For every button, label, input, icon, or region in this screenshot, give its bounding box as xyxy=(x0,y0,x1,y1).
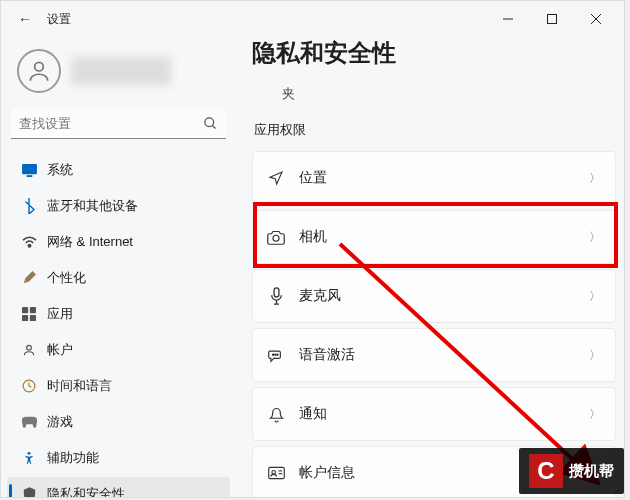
svg-point-23 xyxy=(271,471,275,475)
svg-rect-22 xyxy=(268,467,284,478)
sidebar-item-gaming[interactable]: 游戏 xyxy=(7,405,230,439)
tile-label: 麦克风 xyxy=(299,287,575,305)
window-controls xyxy=(486,4,618,34)
svg-point-4 xyxy=(35,62,44,71)
close-button[interactable] xyxy=(574,4,618,34)
account-info-icon xyxy=(267,466,285,480)
search-icon xyxy=(203,116,218,131)
chevron-right-icon: 〉 xyxy=(589,406,601,423)
page-heading: 隐私和安全性 xyxy=(252,37,616,69)
network-icon xyxy=(21,234,37,250)
maximize-button[interactable] xyxy=(530,4,574,34)
titlebar: ← 设置 xyxy=(1,1,624,37)
profile-name-blurred xyxy=(71,57,171,85)
gaming-icon xyxy=(21,414,37,430)
tile-microphone[interactable]: 麦克风 〉 xyxy=(252,269,616,323)
sidebar-item-label: 应用 xyxy=(47,305,73,323)
apps-icon xyxy=(21,306,37,322)
chevron-right-icon: 〉 xyxy=(589,347,601,364)
svg-point-21 xyxy=(277,354,278,355)
voice-icon xyxy=(267,348,285,363)
svg-rect-1 xyxy=(548,15,557,24)
svg-rect-11 xyxy=(30,307,36,313)
svg-point-5 xyxy=(205,118,214,127)
minimize-button[interactable] xyxy=(486,4,530,34)
sidebar-item-accounts[interactable]: 帐户 xyxy=(7,333,230,367)
tile-label: 语音激活 xyxy=(299,346,575,364)
chevron-right-icon: 〉 xyxy=(589,288,601,305)
sidebar-item-label: 个性化 xyxy=(47,269,86,287)
avatar xyxy=(17,49,61,93)
microphone-icon xyxy=(267,287,285,305)
truncated-text: 夹 xyxy=(252,79,616,113)
window-title: 设置 xyxy=(47,11,71,28)
personalize-icon xyxy=(21,270,37,286)
watermark-logo: C 攒机帮 xyxy=(519,448,624,494)
tile-notifications[interactable]: 通知 〉 xyxy=(252,387,616,441)
svg-point-20 xyxy=(275,354,276,355)
main-panel: 隐私和安全性 夹 应用权限 位置 〉 相机 〉 麦克风 〉 语音激活 〉 xyxy=(236,37,624,497)
accounts-icon xyxy=(21,342,37,358)
sidebar-item-label: 蓝牙和其他设备 xyxy=(47,197,138,215)
svg-point-17 xyxy=(273,235,279,241)
privacy-icon xyxy=(21,486,37,497)
tile-location[interactable]: 位置 〉 xyxy=(252,151,616,205)
bell-icon xyxy=(267,406,285,423)
sidebar-item-accessibility[interactable]: 辅助功能 xyxy=(7,441,230,475)
location-icon xyxy=(267,170,285,186)
sidebar-item-apps[interactable]: 应用 xyxy=(7,297,230,331)
sidebar-item-label: 隐私和安全性 xyxy=(47,485,125,497)
nav-list: 系统 蓝牙和其他设备 网络 & Internet 个性化 应用 帐户 时间和语言… xyxy=(7,153,230,497)
sidebar-item-label: 帐户 xyxy=(47,341,73,359)
svg-point-9 xyxy=(28,245,30,247)
bluetooth-icon xyxy=(21,198,37,214)
back-button[interactable]: ← xyxy=(7,11,43,27)
svg-line-6 xyxy=(212,125,215,128)
settings-window: ← 设置 系统 蓝牙和其他设备 网络 xyxy=(0,0,625,498)
svg-rect-12 xyxy=(22,315,28,321)
camera-icon xyxy=(267,230,285,245)
tile-voice-activation[interactable]: 语音激活 〉 xyxy=(252,328,616,382)
watermark-logo-text: 攒机帮 xyxy=(569,462,614,481)
svg-point-14 xyxy=(27,345,32,350)
sidebar-item-label: 网络 & Internet xyxy=(47,233,133,251)
svg-rect-13 xyxy=(30,315,36,321)
sidebar-item-personalization[interactable]: 个性化 xyxy=(7,261,230,295)
section-label: 应用权限 xyxy=(254,121,616,139)
chevron-right-icon: 〉 xyxy=(589,229,601,246)
svg-point-16 xyxy=(28,452,31,455)
sidebar-item-privacy[interactable]: 隐私和安全性 xyxy=(7,477,230,497)
accessibility-icon xyxy=(21,450,37,466)
sidebar: 系统 蓝牙和其他设备 网络 & Internet 个性化 应用 帐户 时间和语言… xyxy=(1,37,236,497)
svg-rect-18 xyxy=(274,288,279,297)
profile-section[interactable] xyxy=(7,43,230,109)
sidebar-item-label: 系统 xyxy=(47,161,73,179)
svg-point-19 xyxy=(273,354,274,355)
watermark-logo-mark: C xyxy=(529,454,563,488)
svg-rect-8 xyxy=(26,175,32,177)
sidebar-item-time-language[interactable]: 时间和语言 xyxy=(7,369,230,403)
sidebar-item-label: 时间和语言 xyxy=(47,377,112,395)
sidebar-item-label: 辅助功能 xyxy=(47,449,99,467)
tile-label: 位置 xyxy=(299,169,575,187)
sidebar-item-network[interactable]: 网络 & Internet xyxy=(7,225,230,259)
content: 系统 蓝牙和其他设备 网络 & Internet 个性化 应用 帐户 时间和语言… xyxy=(1,37,624,497)
svg-rect-7 xyxy=(22,164,37,174)
search-input[interactable] xyxy=(11,109,226,139)
sidebar-item-bluetooth[interactable]: 蓝牙和其他设备 xyxy=(7,189,230,223)
tile-label: 相机 xyxy=(299,228,575,246)
time-icon xyxy=(21,378,37,394)
system-icon xyxy=(21,162,37,178)
tile-camera[interactable]: 相机 〉 xyxy=(252,210,616,264)
search-wrap xyxy=(11,109,226,139)
tile-label: 通知 xyxy=(299,405,575,423)
svg-rect-10 xyxy=(22,307,28,313)
sidebar-item-label: 游戏 xyxy=(47,413,73,431)
chevron-right-icon: 〉 xyxy=(589,170,601,187)
sidebar-item-system[interactable]: 系统 xyxy=(7,153,230,187)
